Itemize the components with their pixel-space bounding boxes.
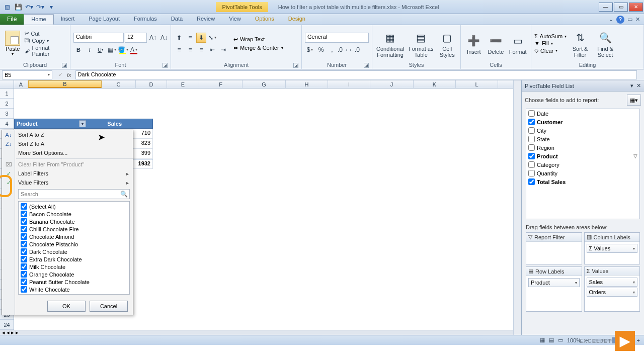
decrease-decimal-icon[interactable]: ←.0	[349, 45, 359, 55]
field-item-total-sales[interactable]: Total Sales	[526, 177, 639, 186]
field-item-date[interactable]: Date	[526, 109, 639, 118]
decrease-indent-icon[interactable]: ⇤	[207, 45, 217, 55]
check-item[interactable]: Chilli Chocolate Fire	[20, 225, 128, 233]
check-select-all[interactable]: (Select All)	[20, 203, 128, 210]
col-header-g[interactable]: G	[243, 80, 286, 88]
cut-button[interactable]: ✂Cut	[25, 30, 67, 37]
fill-button[interactable]: ▼Fill▾	[534, 40, 567, 46]
clear-button[interactable]: ◇Clear▾	[534, 47, 567, 54]
orientation-icon[interactable]: ⤡	[207, 33, 217, 43]
check-item[interactable]: Orange Chocolate	[20, 270, 128, 278]
align-bottom-icon[interactable]: ⬇	[196, 33, 206, 43]
align-left-icon[interactable]: ≡	[174, 45, 184, 55]
help-icon[interactable]: ?	[616, 16, 624, 24]
check-item[interactable]: Banana Chocolate	[20, 218, 128, 225]
field-item-city[interactable]: City	[526, 126, 639, 135]
zoom-slider[interactable]	[593, 339, 633, 341]
paste-button[interactable]: Paste ▾	[3, 31, 23, 56]
format-cells-button[interactable]: ▭Format	[508, 32, 528, 56]
italic-button[interactable]: I	[85, 45, 95, 55]
filter-search-input[interactable]	[18, 189, 130, 199]
font-name-select[interactable]: Calibri	[73, 33, 124, 43]
minimize-button[interactable]: —	[599, 3, 613, 12]
insert-cells-button[interactable]: ➕Insert	[464, 32, 484, 56]
select-all-corner[interactable]	[0, 80, 14, 88]
check-item[interactable]: Extra Dark Chocolate	[20, 255, 128, 263]
row-labels-zone[interactable]: ▤Row Labels Product	[526, 266, 582, 312]
row-header-1[interactable]: 1	[0, 88, 14, 99]
accounting-icon[interactable]: $	[305, 45, 315, 55]
col-header-e[interactable]: E	[167, 80, 199, 88]
ribbon-minimize-icon[interactable]: ⌄	[609, 16, 613, 23]
filter-search[interactable]: 🔍	[18, 189, 130, 199]
report-filter-zone[interactable]: ▽Report Filter	[526, 232, 582, 264]
window-close-icon[interactable]: ✕	[635, 16, 640, 23]
view-page-break-icon[interactable]: ▭	[558, 337, 563, 343]
cancel-formula-icon[interactable]: ✓	[58, 71, 63, 78]
ok-button[interactable]: OK	[47, 301, 86, 312]
tab-review[interactable]: Review	[190, 14, 222, 25]
format-as-table-button[interactable]: ▤Format as Table	[407, 29, 435, 59]
field-item-category[interactable]: Category	[526, 160, 639, 169]
row-header-4[interactable]: 4	[0, 119, 14, 129]
underline-button[interactable]: U▾	[96, 45, 106, 55]
field-item-state[interactable]: State	[526, 135, 639, 143]
font-launcher[interactable]: ◢	[163, 63, 168, 68]
value-item-orders[interactable]: Orders	[587, 288, 638, 297]
tab-insert[interactable]: Insert	[54, 14, 82, 25]
field-item-region[interactable]: Region	[526, 143, 639, 152]
field-list-layout-button[interactable]: ▦▾	[627, 95, 641, 106]
alignment-launcher[interactable]: ◢	[293, 63, 298, 68]
cancel-button[interactable]: Cancel	[90, 301, 128, 312]
col-header-i[interactable]: I	[328, 80, 370, 88]
row-header-3[interactable]: 3	[0, 109, 14, 119]
view-normal-icon[interactable]: ▦	[540, 337, 545, 343]
check-item[interactable]: Bacon Chocolate	[20, 210, 128, 218]
font-size-select[interactable]: 12	[125, 33, 147, 43]
conditional-formatting-button[interactable]: ▦Conditional Formatting	[375, 29, 405, 59]
sort-z-to-a[interactable]: Z↓Sort Z to A	[2, 139, 133, 148]
row-header-24[interactable]: 24	[0, 320, 14, 330]
number-format-select[interactable]: General	[305, 33, 369, 43]
formula-input[interactable]: Dark Chocolate	[75, 70, 637, 79]
sort-a-to-z[interactable]: A↓Sort A to Z	[2, 130, 133, 139]
increase-indent-icon[interactable]: ⇥	[218, 45, 228, 55]
qat-customize-icon[interactable]: ▾	[46, 2, 56, 12]
maximize-button[interactable]: ▭	[614, 3, 628, 12]
col-header-d[interactable]: D	[136, 80, 167, 88]
sort-filter-button[interactable]: ⇅Sort & Filter	[569, 29, 592, 59]
tab-page-layout[interactable]: Page Layout	[82, 14, 127, 25]
field-item-quantity[interactable]: Quantity	[526, 169, 639, 177]
filter-check-list[interactable]: (Select All) Bacon ChocolateBanana Choco…	[18, 201, 130, 295]
copy-button[interactable]: ⿻Copy▾	[25, 38, 67, 44]
border-button[interactable]: ▦	[107, 45, 117, 55]
cell-styles-button[interactable]: ▢Cell Styles	[437, 29, 457, 59]
check-item[interactable]: Dark Chocolate	[20, 248, 128, 255]
col-header-a[interactable]: A	[14, 80, 28, 88]
wrap-text-button[interactable]: ↩Wrap Text	[233, 36, 283, 43]
col-header-j[interactable]: J	[370, 80, 414, 88]
tab-data[interactable]: Data	[164, 14, 190, 25]
pivot-header-product[interactable]: Product ▾	[15, 119, 88, 128]
align-top-icon[interactable]: ⬆	[174, 33, 184, 43]
view-page-layout-icon[interactable]: ▤	[549, 337, 554, 343]
value-item-sales[interactable]: Sales	[587, 278, 638, 287]
check-item[interactable]: Peanut Butter Chocolate	[20, 278, 128, 286]
check-item[interactable]: Chocolate Pistachio	[20, 240, 128, 248]
field-item-product[interactable]: Product▽	[526, 152, 639, 160]
percent-icon[interactable]: %	[316, 45, 326, 55]
find-select-button[interactable]: 🔍Find & Select	[594, 29, 617, 59]
row-item-product[interactable]: Product	[528, 278, 580, 287]
check-item[interactable]: White Chocolate	[20, 286, 128, 293]
col-header-b[interactable]: B	[28, 80, 102, 88]
fill-color-button[interactable]: 🪣	[118, 45, 128, 55]
merge-center-button[interactable]: ⬌Merge & Center▾	[233, 45, 283, 51]
delete-cells-button[interactable]: ➖Delete	[486, 32, 506, 56]
file-tab[interactable]: File	[0, 14, 24, 25]
tab-formulas[interactable]: Formulas	[127, 14, 164, 25]
field-list-dropdown-icon[interactable]: ▾	[630, 82, 633, 89]
values-zone[interactable]: ΣValues Sales Orders	[584, 266, 640, 312]
filter-dropdown-icon[interactable]: ▾	[79, 120, 86, 127]
number-launcher[interactable]: ◢	[364, 63, 369, 68]
col-header-f[interactable]: F	[199, 80, 243, 88]
